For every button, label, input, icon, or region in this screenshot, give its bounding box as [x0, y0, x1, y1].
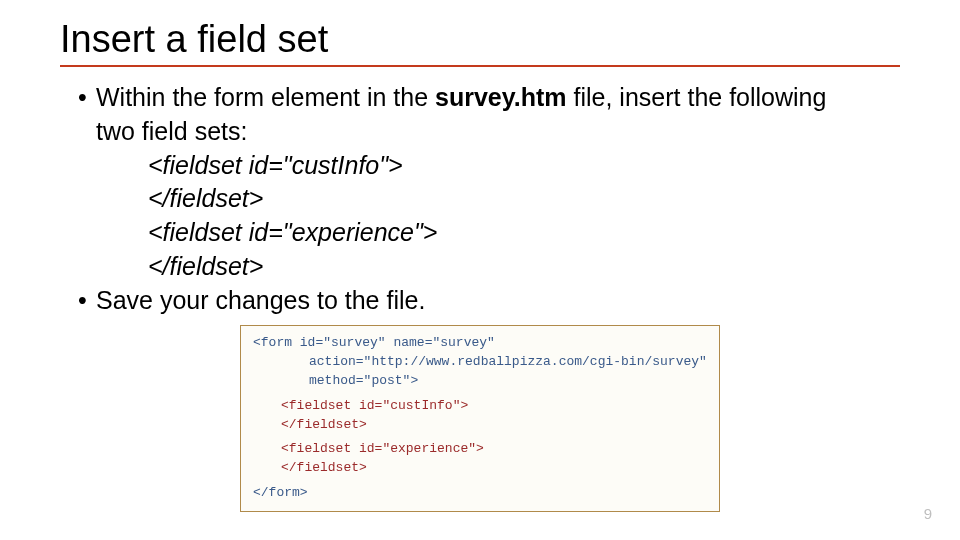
code-line-4: </fieldset> — [78, 250, 900, 284]
codebox-line-fs1-close: </fieldset> — [253, 416, 707, 435]
code-line-1: <fieldset id="custInfo"> — [78, 149, 900, 183]
title-underline — [60, 65, 900, 67]
codebox-line-fs1-open: <fieldset id="custInfo"> — [253, 397, 707, 416]
codebox-line-fs2-close: </fieldset> — [253, 459, 707, 478]
bullet1-bold: survey.htm — [435, 83, 567, 111]
page-number: 9 — [924, 505, 932, 522]
codebox-line-form-close: </form> — [253, 484, 707, 503]
codebox-line-method: method="post"> — [253, 372, 707, 391]
bullet-item-2: Save your changes to the file. — [78, 284, 900, 318]
bullet1-cont: two field sets: — [96, 115, 900, 149]
codebox-line-fs2-open: <fieldset id="experience"> — [253, 440, 707, 459]
code-line-2: </fieldset> — [78, 182, 900, 216]
slide-content: Insert a field set Within the form eleme… — [0, 0, 960, 512]
codebox-line-form-open: <form id="survey" name="survey" — [253, 334, 707, 353]
bullet1-post: file, insert the following — [567, 83, 827, 111]
slide-title: Insert a field set — [60, 18, 900, 61]
bullet1-pre: Within the form element in the — [96, 83, 435, 111]
code-sample-box: <form id="survey" name="survey" action="… — [240, 325, 720, 512]
codebox-line-action: action="http://www.redballpizza.com/cgi-… — [253, 353, 707, 372]
code-line-3: <fieldset id="experience"> — [78, 216, 900, 250]
bullet-item-1: Within the form element in the survey.ht… — [78, 81, 900, 149]
bullet-list: Within the form element in the survey.ht… — [60, 81, 900, 317]
